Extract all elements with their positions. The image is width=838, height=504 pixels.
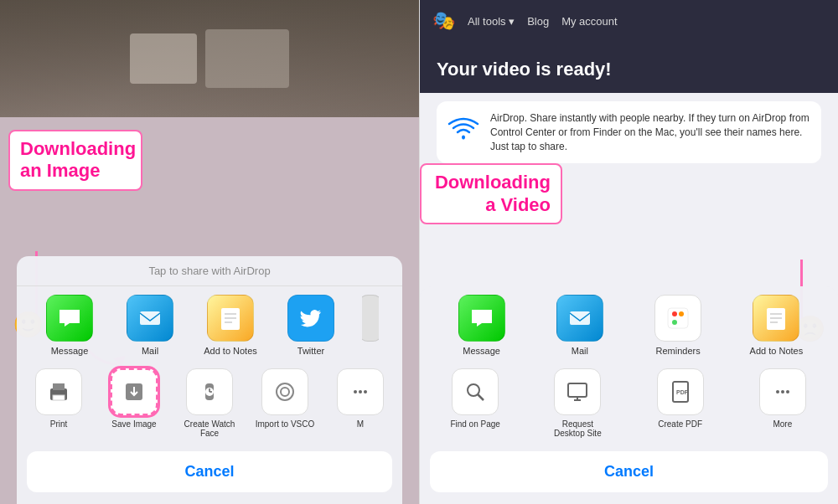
partial-icon-left <box>362 295 379 342</box>
airdrop-card: AirDrop. Share instantly with people nea… <box>437 101 821 163</box>
svg-point-22 <box>364 390 367 393</box>
svg-point-33 <box>468 384 479 396</box>
app-row-right: Message Mail Reminders <box>420 286 838 364</box>
action-row-right: Find on Page Request Desktop Site PDF Cr… <box>420 364 838 446</box>
app-partial-left <box>362 295 379 356</box>
more-icon-right <box>759 368 806 415</box>
svg-point-42 <box>786 390 789 393</box>
action-desktop-site[interactable]: Request Desktop Site <box>547 368 608 438</box>
photo-background <box>0 0 419 117</box>
action-more-right[interactable]: More <box>753 368 813 438</box>
site-nav: All tools ▾ Blog My account <box>468 15 618 28</box>
save-image-icon <box>111 368 158 415</box>
notes-label-left: Add to Notes <box>204 346 257 356</box>
find-page-label: Find on Page <box>450 419 500 429</box>
action-import-vsco[interactable]: Import to VSCO <box>255 368 315 438</box>
nav-alltools[interactable]: All tools ▾ <box>468 15 515 28</box>
app-notes-left[interactable]: Add to Notes <box>201 295 260 356</box>
nav-blog[interactable]: Blog <box>527 15 549 28</box>
notes-label-right: Add to Notes <box>750 346 804 356</box>
left-panel: Downloading an Image 🙂 Tap to share with… <box>0 0 419 504</box>
svg-point-28 <box>672 320 677 325</box>
svg-point-23 <box>462 136 465 139</box>
reminders-icon-right <box>654 295 701 342</box>
message-label-left: Message <box>51 346 89 356</box>
action-row-left: Print Save Image Create Watch Face Impor… <box>17 364 402 446</box>
action-find-page[interactable]: Find on Page <box>445 368 505 438</box>
mail-label-right: Mail <box>572 346 588 356</box>
svg-text:PDF: PDF <box>676 389 689 395</box>
import-vsco-label: Import to VSCO <box>256 419 315 429</box>
notes-icon-left <box>207 295 254 342</box>
mail-icon-right <box>556 295 603 342</box>
cancel-button-left[interactable]: Cancel <box>27 451 392 492</box>
message-icon-right <box>458 295 505 342</box>
svg-point-18 <box>277 383 293 400</box>
watch-face-label: Create Watch Face <box>179 419 240 438</box>
message-icon-left <box>46 295 93 342</box>
app-reminders-right[interactable]: Reminders <box>649 295 707 356</box>
airdrop-card-text: AirDrop. Share instantly with people nea… <box>490 111 811 153</box>
print-label: Print <box>50 419 68 429</box>
print-icon <box>35 368 82 415</box>
create-pdf-icon: PDF <box>657 368 704 415</box>
svg-rect-24 <box>570 311 590 325</box>
svg-rect-11 <box>53 383 65 390</box>
app-mail-left[interactable]: Mail <box>121 295 179 356</box>
find-page-icon <box>452 368 499 415</box>
app-row-left: Message Mail Add to Notes Twitter <box>17 286 402 364</box>
reminders-label-right: Reminders <box>656 346 701 356</box>
nav-account[interactable]: My account <box>561 15 617 28</box>
airdrop-header: Tap to share with AirDrop <box>17 256 402 286</box>
twitter-icon-left <box>287 295 334 342</box>
mail-label-left: Mail <box>142 346 158 356</box>
svg-rect-3 <box>140 311 160 325</box>
svg-rect-29 <box>767 308 785 330</box>
action-create-pdf[interactable]: PDF Create PDF <box>650 368 711 438</box>
app-message-left[interactable]: Message <box>40 295 99 356</box>
share-sheet-left: Tap to share with AirDrop Message Mail <box>17 256 402 504</box>
notes-icon-right <box>753 295 799 342</box>
app-message-right[interactable]: Message <box>453 295 511 356</box>
video-ready-title: Your video is ready! <box>437 59 821 80</box>
downloading-image-label: Downloading an Image <box>8 130 142 191</box>
more-label-left: M <box>357 419 364 429</box>
svg-point-20 <box>354 390 357 393</box>
more-icon-left <box>337 368 384 415</box>
import-vsco-icon <box>261 368 308 415</box>
svg-line-34 <box>478 394 484 400</box>
website-header: 🎭 All tools ▾ Blog My account <box>420 0 838 42</box>
action-watch-face[interactable]: Create Watch Face <box>179 368 240 438</box>
svg-point-19 <box>281 388 289 396</box>
app-notes-right[interactable]: Add to Notes <box>747 295 805 356</box>
action-print[interactable]: Print <box>28 368 89 438</box>
more-label-right: More <box>773 419 792 429</box>
video-ready-section: Your video is ready! <box>420 42 838 93</box>
site-logo: 🎭 <box>432 10 455 32</box>
app-mail-right[interactable]: Mail <box>551 295 609 356</box>
downloading-video-label: Downloading a Video <box>420 163 562 224</box>
svg-rect-5 <box>221 308 240 330</box>
action-save-image[interactable]: Save Image <box>104 368 164 438</box>
svg-rect-12 <box>53 395 65 400</box>
message-label-right: Message <box>463 346 500 356</box>
svg-point-26 <box>672 311 677 316</box>
save-image-label: Save Image <box>111 419 156 429</box>
watch-face-icon <box>186 368 233 415</box>
share-sheet-right: Message Mail Reminders <box>420 286 838 504</box>
cancel-button-right[interactable]: Cancel <box>430 451 828 492</box>
desktop-site-icon <box>554 368 601 415</box>
create-pdf-label: Create PDF <box>658 419 702 429</box>
mail-icon-left <box>127 295 173 342</box>
svg-rect-35 <box>568 383 587 397</box>
airdrop-wifi-icon <box>447 111 480 151</box>
svg-point-27 <box>679 311 684 316</box>
svg-point-41 <box>781 390 784 393</box>
svg-point-21 <box>359 390 362 393</box>
svg-point-40 <box>776 390 779 393</box>
twitter-label-left: Twitter <box>297 346 324 356</box>
svg-rect-25 <box>668 308 688 328</box>
right-panel: 🎭 All tools ▾ Blog My account Your video… <box>419 0 838 504</box>
app-twitter-left[interactable]: Twitter <box>282 295 340 356</box>
action-more-left[interactable]: M <box>330 368 391 438</box>
